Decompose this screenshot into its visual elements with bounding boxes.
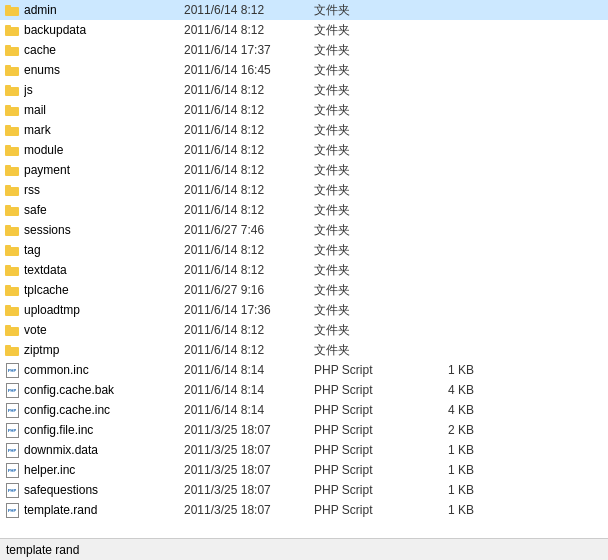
- file-name: safequestions: [24, 483, 184, 497]
- file-date: 2011/6/14 8:12: [184, 323, 314, 337]
- file-date: 2011/6/14 16:45: [184, 63, 314, 77]
- file-name: vote: [24, 323, 184, 337]
- file-row[interactable]: safe2011/6/14 8:12文件夹: [0, 200, 608, 220]
- file-row[interactable]: rss2011/6/14 8:12文件夹: [0, 180, 608, 200]
- file-row[interactable]: cache2011/6/14 17:37文件夹: [0, 40, 608, 60]
- file-date: 2011/6/14 17:37: [184, 43, 314, 57]
- file-row[interactable]: tag2011/6/14 8:12文件夹: [0, 240, 608, 260]
- file-name: config.file.inc: [24, 423, 184, 437]
- file-name: payment: [24, 163, 184, 177]
- file-type: 文件夹: [314, 322, 414, 339]
- file-size: 4 KB: [414, 383, 474, 397]
- file-type: 文件夹: [314, 202, 414, 219]
- file-row[interactable]: tplcache2011/6/27 9:16文件夹: [0, 280, 608, 300]
- folder-icon: [4, 162, 20, 178]
- file-name: enums: [24, 63, 184, 77]
- file-row[interactable]: helper.inc2011/3/25 18:07PHP Script1 KB: [0, 460, 608, 480]
- folder-icon: [4, 62, 20, 78]
- file-date: 2011/6/14 8:12: [184, 343, 314, 357]
- folder-icon: [4, 182, 20, 198]
- folder-icon: [4, 222, 20, 238]
- file-date: 2011/6/27 7:46: [184, 223, 314, 237]
- file-type: PHP Script: [314, 403, 414, 417]
- file-date: 2011/6/14 8:12: [184, 3, 314, 17]
- file-type: PHP Script: [314, 443, 414, 457]
- file-row[interactable]: safequestions2011/3/25 18:07PHP Script1 …: [0, 480, 608, 500]
- folder-icon: [4, 42, 20, 58]
- file-name: module: [24, 143, 184, 157]
- file-date: 2011/6/14 8:12: [184, 143, 314, 157]
- php-script-icon: [4, 362, 20, 378]
- php-script-icon: [4, 402, 20, 418]
- file-row[interactable]: common.inc2011/6/14 8:14PHP Script1 KB: [0, 360, 608, 380]
- file-date: 2011/6/27 9:16: [184, 283, 314, 297]
- file-type: PHP Script: [314, 483, 414, 497]
- folder-icon: [4, 122, 20, 138]
- file-type: 文件夹: [314, 142, 414, 159]
- file-row[interactable]: backupdata2011/6/14 8:12文件夹: [0, 20, 608, 40]
- file-type: 文件夹: [314, 102, 414, 119]
- file-date: 2011/6/14 8:14: [184, 403, 314, 417]
- file-date: 2011/3/25 18:07: [184, 443, 314, 457]
- php-script-icon: [4, 382, 20, 398]
- file-row[interactable]: module2011/6/14 8:12文件夹: [0, 140, 608, 160]
- file-name: downmix.data: [24, 443, 184, 457]
- file-type: 文件夹: [314, 282, 414, 299]
- file-name: cache: [24, 43, 184, 57]
- file-row[interactable]: js2011/6/14 8:12文件夹: [0, 80, 608, 100]
- file-row[interactable]: enums2011/6/14 16:45文件夹: [0, 60, 608, 80]
- file-row[interactable]: admin2011/6/14 8:12文件夹: [0, 0, 608, 20]
- file-row[interactable]: downmix.data2011/3/25 18:07PHP Script1 K…: [0, 440, 608, 460]
- file-row[interactable]: template.rand2011/3/25 18:07PHP Script1 …: [0, 500, 608, 520]
- file-date: 2011/3/25 18:07: [184, 423, 314, 437]
- file-row[interactable]: mark2011/6/14 8:12文件夹: [0, 120, 608, 140]
- file-date: 2011/6/14 8:14: [184, 383, 314, 397]
- folder-icon: [4, 142, 20, 158]
- folder-icon: [4, 202, 20, 218]
- file-row[interactable]: payment2011/6/14 8:12文件夹: [0, 160, 608, 180]
- folder-icon: [4, 82, 20, 98]
- php-script-icon: [4, 442, 20, 458]
- file-row[interactable]: sessions2011/6/27 7:46文件夹: [0, 220, 608, 240]
- file-date: 2011/3/25 18:07: [184, 463, 314, 477]
- file-type: 文件夹: [314, 222, 414, 239]
- file-name: helper.inc: [24, 463, 184, 477]
- php-script-icon: [4, 482, 20, 498]
- file-type: PHP Script: [314, 423, 414, 437]
- file-type: 文件夹: [314, 122, 414, 139]
- file-row[interactable]: textdata2011/6/14 8:12文件夹: [0, 260, 608, 280]
- file-type: 文件夹: [314, 82, 414, 99]
- file-type: 文件夹: [314, 42, 414, 59]
- file-row[interactable]: config.file.inc2011/3/25 18:07PHP Script…: [0, 420, 608, 440]
- status-text: template rand: [6, 543, 79, 557]
- file-size: 1 KB: [414, 363, 474, 377]
- file-row[interactable]: mail2011/6/14 8:12文件夹: [0, 100, 608, 120]
- file-name: mail: [24, 103, 184, 117]
- file-size: 4 KB: [414, 403, 474, 417]
- file-type: 文件夹: [314, 62, 414, 79]
- file-name: tplcache: [24, 283, 184, 297]
- file-type: 文件夹: [314, 2, 414, 19]
- file-row[interactable]: uploadtmp2011/6/14 17:36文件夹: [0, 300, 608, 320]
- file-type: 文件夹: [314, 242, 414, 259]
- file-row[interactable]: config.cache.bak2011/6/14 8:14PHP Script…: [0, 380, 608, 400]
- file-type: PHP Script: [314, 363, 414, 377]
- folder-icon: [4, 322, 20, 338]
- file-date: 2011/6/14 17:36: [184, 303, 314, 317]
- file-name: rss: [24, 183, 184, 197]
- file-name: config.cache.inc: [24, 403, 184, 417]
- file-date: 2011/3/25 18:07: [184, 503, 314, 517]
- file-date: 2011/6/14 8:12: [184, 83, 314, 97]
- file-type: 文件夹: [314, 302, 414, 319]
- file-row[interactable]: config.cache.inc2011/6/14 8:14PHP Script…: [0, 400, 608, 420]
- file-name: sessions: [24, 223, 184, 237]
- file-date: 2011/6/14 8:12: [184, 23, 314, 37]
- folder-icon: [4, 22, 20, 38]
- file-date: 2011/3/25 18:07: [184, 483, 314, 497]
- file-name: uploadtmp: [24, 303, 184, 317]
- file-name: ziptmp: [24, 343, 184, 357]
- file-row[interactable]: vote2011/6/14 8:12文件夹: [0, 320, 608, 340]
- file-row[interactable]: ziptmp2011/6/14 8:12文件夹: [0, 340, 608, 360]
- file-date: 2011/6/14 8:12: [184, 243, 314, 257]
- file-date: 2011/6/14 8:12: [184, 183, 314, 197]
